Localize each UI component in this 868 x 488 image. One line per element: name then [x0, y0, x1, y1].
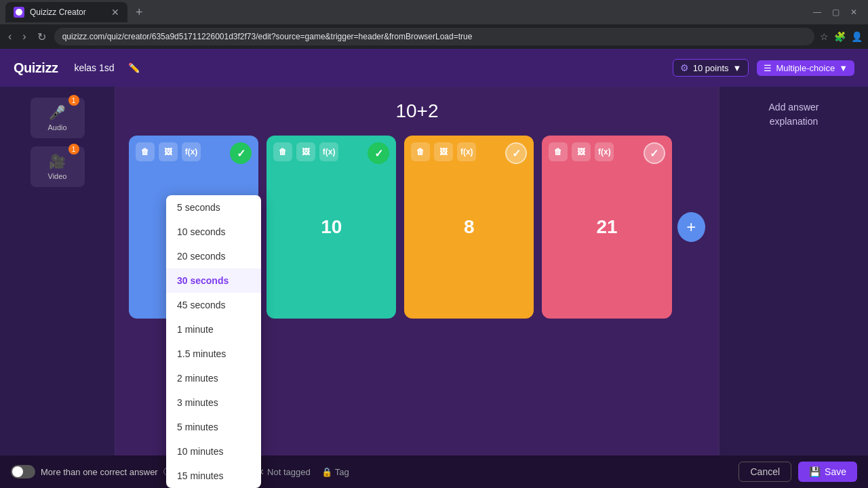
question-type-label: Multiple-choice: [776, 63, 835, 73]
image-card-4-button[interactable]: 🖼: [572, 142, 591, 161]
tag-badge[interactable]: 🔒 Tag: [321, 467, 349, 477]
audio-icon: 🎤: [49, 104, 66, 121]
quiz-name: kelas 1sd: [74, 62, 114, 73]
tab-close-icon[interactable]: ✕: [111, 7, 119, 18]
dropdown-item-1-5min[interactable]: 1.5 minutes: [166, 342, 261, 366]
video-label: Video: [48, 172, 67, 180]
add-card-button[interactable]: +: [677, 212, 705, 242]
correct-answer-toggle[interactable]: [11, 465, 35, 479]
dropdown-item-30sec[interactable]: 30 seconds: [166, 268, 261, 293]
address-bar[interactable]: quizizz.com/quiz/creator/635a9d517112260…: [54, 28, 814, 45]
question-type-selector[interactable]: ☰ Multiple-choice ▼: [757, 60, 854, 76]
video-badge: 1: [68, 144, 79, 155]
sidebar-video-button[interactable]: 1 🎥 Video: [31, 146, 85, 187]
delete-card-4-button[interactable]: 🗑: [549, 142, 568, 161]
tag-label: Tag: [335, 467, 349, 477]
card-toolbar-1: 🗑 🖼 f(x): [136, 142, 201, 161]
save-icon: 💾: [809, 466, 821, 477]
main-area: 1 🎤 Audio 1 🎥 Video 5 seconds 10 seconds…: [0, 87, 868, 455]
left-sidebar: 1 🎤 Audio 1 🎥 Video: [0, 87, 115, 455]
delete-card-3-button[interactable]: 🗑: [411, 142, 430, 161]
browser-tab: Quizizz Creator ✕: [5, 2, 127, 22]
image-card-1-button[interactable]: 🖼: [159, 142, 178, 161]
answer-card-4[interactable]: 🗑 🖼 f(x) ✓ 21: [542, 136, 671, 319]
toggle-switch: More than one correct answer ⓘ: [11, 465, 172, 479]
answer-card-3-value: 8: [464, 216, 475, 238]
bottom-right-actions: Cancel 💾 Save: [738, 462, 857, 482]
add-explanation-text: Add answer explanation: [769, 100, 819, 129]
header-right: ⚙ 10 points ▼ ☰ Multiple-choice ▼: [673, 59, 854, 77]
points-selector[interactable]: ⚙ 10 points ▼: [673, 59, 749, 77]
delete-card-1-button[interactable]: 🗑: [136, 142, 155, 161]
not-tagged-label: Not tagged: [267, 467, 311, 477]
points-label: 10 points: [693, 63, 729, 73]
points-chevron-icon: ▼: [733, 63, 742, 73]
sidebar-audio-button[interactable]: 1 🎤 Audio: [31, 98, 85, 138]
address-bar-row: ‹ › ↻ quizizz.com/quiz/creator/635a9d517…: [0, 24, 868, 49]
tab-favicon: [14, 7, 24, 18]
window-controls: — ▢ ✕: [813, 7, 863, 17]
dropdown-item-15min[interactable]: 15 minutes: [166, 464, 261, 488]
maximize-icon[interactable]: ▢: [832, 7, 840, 17]
new-tab-button[interactable]: +: [130, 5, 149, 20]
right-panel: Add answer explanation: [719, 87, 868, 455]
browser-toolbar-icons: ☆ 🧩 👤: [820, 31, 863, 42]
extensions-icon[interactable]: 🧩: [834, 31, 846, 42]
close-window-icon[interactable]: ✕: [850, 7, 857, 17]
toggle-knob: [12, 466, 23, 477]
dropdown-item-10sec[interactable]: 10 seconds: [166, 220, 261, 244]
minimize-icon[interactable]: —: [813, 7, 821, 17]
image-card-2-button[interactable]: 🖼: [296, 142, 315, 161]
card-toolbar-3: 🗑 🖼 f(x): [411, 142, 476, 161]
bottom-bar: More than one correct answer ⓘ ⏱ 30 Sec …: [0, 455, 868, 488]
card-toolbar-2: 🗑 🖼 f(x): [273, 142, 338, 161]
question-type-icon: ☰: [764, 63, 772, 73]
back-button[interactable]: ‹: [5, 30, 14, 43]
explanation-line2: explanation: [770, 116, 818, 127]
question-type-chevron-icon: ▼: [839, 63, 848, 73]
question-text: 10+2: [395, 100, 438, 122]
formula-card-4-button[interactable]: f(x): [595, 142, 614, 161]
answer-card-2-value: 10: [321, 216, 342, 238]
tab-bar: Quizizz Creator ✕ + — ▢ ✕: [0, 0, 868, 24]
browser-chrome: Quizizz Creator ✕ + — ▢ ✕ ‹ › ↻ quizizz.…: [0, 0, 868, 49]
audio-badge: 1: [68, 95, 79, 106]
answer-card-3[interactable]: 🗑 🖼 f(x) ✓ 8: [404, 136, 534, 319]
explanation-line1: Add answer: [769, 102, 819, 113]
dropdown-item-2min[interactable]: 2 minutes: [166, 366, 261, 390]
cancel-button[interactable]: Cancel: [738, 462, 791, 482]
forward-button[interactable]: ›: [20, 30, 28, 43]
card-check-2: ✓: [368, 142, 389, 164]
dropdown-menu: 5 seconds 10 seconds 20 seconds 30 secon…: [166, 195, 261, 488]
formula-card-2-button[interactable]: f(x): [319, 142, 338, 161]
delete-card-2-button[interactable]: 🗑: [273, 142, 292, 161]
answer-card-4-value: 21: [596, 216, 617, 238]
dropdown-item-10min[interactable]: 10 minutes: [166, 439, 261, 464]
tab-title: Quizizz Creator: [30, 7, 106, 17]
answer-card-2[interactable]: 🗑 🖼 f(x) ✓ 10: [267, 136, 396, 319]
dropdown-item-5min[interactable]: 5 minutes: [166, 415, 261, 439]
toggle-label: More than one correct answer: [41, 467, 158, 477]
address-text: quizizz.com/quiz/creator/635a9d517112260…: [62, 32, 806, 41]
card-toolbar-4: 🗑 🖼 f(x): [549, 142, 614, 161]
formula-card-1-button[interactable]: f(x): [182, 142, 201, 161]
dropdown-item-20sec[interactable]: 20 seconds: [166, 244, 261, 268]
bookmark-icon[interactable]: ☆: [820, 31, 829, 42]
card-check-1: ✓: [230, 142, 252, 164]
formula-card-3-button[interactable]: f(x): [457, 142, 476, 161]
image-card-3-button[interactable]: 🖼: [434, 142, 453, 161]
not-tagged-badge[interactable]: ✕ Not tagged: [257, 467, 311, 477]
edit-name-icon[interactable]: ✏️: [128, 62, 140, 73]
profile-icon[interactable]: 👤: [851, 31, 863, 42]
save-label: Save: [825, 466, 846, 477]
dropdown-item-5sec[interactable]: 5 seconds: [166, 195, 261, 220]
svg-point-0: [16, 9, 22, 16]
card-check-3: ✓: [505, 142, 527, 164]
time-dropdown: 5 seconds 10 seconds 20 seconds 30 secon…: [166, 195, 261, 488]
dropdown-item-1min[interactable]: 1 minute: [166, 317, 261, 342]
refresh-button[interactable]: ↻: [35, 30, 49, 43]
quizizz-logo: Quizizz: [14, 60, 58, 76]
save-button[interactable]: 💾 Save: [798, 462, 857, 482]
dropdown-item-45sec[interactable]: 45 seconds: [166, 293, 261, 317]
dropdown-item-3min[interactable]: 3 minutes: [166, 390, 261, 415]
